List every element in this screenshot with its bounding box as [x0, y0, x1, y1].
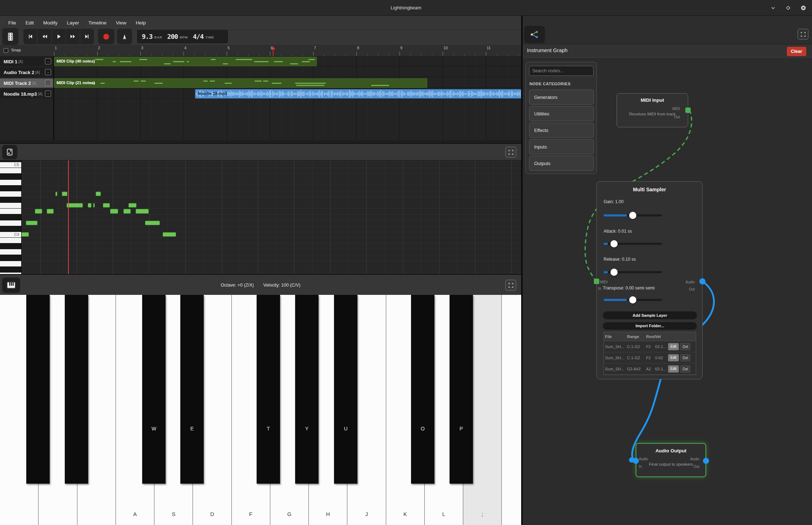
record-button[interactable]	[98, 29, 114, 44]
keystrip-key-C4[interactable]: C4	[0, 232, 21, 237]
piano-roll-expand-icon[interactable]	[505, 147, 516, 158]
midi-note[interactable]	[93, 203, 95, 207]
gain-slider[interactable]	[604, 212, 662, 219]
black-key-U[interactable]: U	[334, 295, 357, 484]
black-key-E[interactable]: E	[180, 295, 204, 484]
midi-note[interactable]	[145, 221, 160, 225]
skip-to-end-button[interactable]	[80, 29, 94, 44]
media-library-button[interactable]	[2, 28, 18, 45]
keystrip-key-E4[interactable]	[0, 209, 21, 214]
audio-in-port[interactable]	[633, 458, 639, 464]
track-minus-button[interactable]: -	[45, 69, 51, 75]
menu-modify[interactable]: Modify	[39, 19, 62, 27]
import-folder-button[interactable]: Import Folder...	[603, 322, 697, 330]
black-key-P[interactable]: P	[450, 295, 473, 484]
piano-roll-mode-button[interactable]	[2, 145, 17, 159]
black-key-W[interactable]: W	[142, 295, 166, 484]
menu-view[interactable]: View	[112, 19, 130, 27]
category-generators[interactable]: Generators	[529, 90, 594, 105]
midi-in-port[interactable]	[594, 279, 599, 284]
audio-out-port[interactable]	[699, 278, 705, 284]
slider-thumb[interactable]	[629, 296, 636, 303]
keystrip-key-G3[interactable]	[0, 261, 21, 266]
node-graph-mode-button[interactable]	[524, 26, 545, 43]
keystrip-key-B3[interactable]	[0, 238, 21, 243]
menu-layer[interactable]: Layer	[63, 19, 83, 27]
black-key-O[interactable]: O	[411, 295, 434, 484]
track-minus-button[interactable]: -	[45, 80, 51, 86]
menu-edit[interactable]: Edit	[22, 19, 38, 27]
keystrip-key-B4[interactable]	[0, 168, 21, 173]
midi-input-node[interactable]: MIDI Input Receives MIDI from track MIDI…	[617, 93, 688, 127]
midi-note[interactable]	[22, 232, 29, 237]
white-key-13[interactable]	[502, 295, 521, 525]
black-key-T[interactable]: T	[257, 295, 280, 484]
track-minus-button[interactable]: -	[45, 58, 51, 64]
audio-clip[interactable]: Noodle 18.mp3	[195, 89, 521, 99]
midi-note[interactable]	[103, 203, 110, 207]
keystrip-key-A4[interactable]	[0, 180, 21, 185]
midi-note[interactable]	[163, 232, 176, 237]
midi-note[interactable]	[55, 192, 57, 196]
track-header-midi-track-2[interactable]: MIDI Track 2[A]-	[0, 78, 53, 88]
track-header-noodle-18-mp3[interactable]: Noodle 18.mp3[A]-	[0, 89, 53, 99]
category-effects[interactable]: Effects	[529, 123, 594, 138]
edit-sample-button[interactable]: Edit	[668, 354, 679, 361]
menu-timeline[interactable]: Timeline	[85, 19, 111, 27]
play-button[interactable]	[52, 29, 66, 44]
midi-note[interactable]	[62, 192, 67, 196]
midi-note[interactable]	[123, 209, 131, 213]
edit-sample-button[interactable]: Edit	[668, 365, 679, 373]
keystrip-key-G4[interactable]	[0, 191, 21, 197]
transport-display[interactable]: 9.3 BAR 200 BPM 4/4 TIME	[136, 29, 229, 44]
keystrip-key-A3[interactable]	[0, 249, 21, 255]
keyboard-expand-icon[interactable]	[505, 280, 516, 291]
piano-roll[interactable]: C5C4	[0, 160, 521, 274]
category-utilities[interactable]: Utilities	[529, 106, 594, 121]
black-key-Y[interactable]: Y	[295, 295, 319, 484]
audio-output-node[interactable]: Audio Output Final output to speakers Au…	[636, 443, 706, 477]
slider-thumb[interactable]	[610, 269, 618, 276]
midi-note[interactable]	[110, 209, 118, 213]
release-slider[interactable]	[604, 269, 662, 276]
black-key-73[interactable]	[26, 295, 50, 484]
minimize-icon[interactable]	[770, 5, 776, 11]
search-input[interactable]	[529, 66, 594, 76]
category-inputs[interactable]: Inputs	[529, 139, 594, 154]
keystrip-key-D4[interactable]	[0, 220, 21, 226]
multi-sampler-node[interactable]: Multi Sampler Gain: 1.00 Attack: 0.01 ss…	[596, 181, 703, 379]
track-lane[interactable]	[0, 68, 521, 77]
clear-graph-button[interactable]: Clear	[787, 47, 806, 56]
timeline-ruler[interactable]: Snap 1234567891011	[0, 45, 521, 56]
midi-out-port[interactable]	[685, 108, 691, 113]
midi-note[interactable]	[26, 221, 37, 225]
snap-checkbox[interactable]	[4, 48, 8, 53]
transpose-slider[interactable]	[604, 296, 662, 303]
midi-note[interactable]	[47, 209, 54, 213]
midi-note[interactable]	[35, 209, 42, 213]
delete-sample-button[interactable]: Del	[680, 343, 690, 350]
midi-note[interactable]	[96, 192, 101, 196]
piano-roll-playhead[interactable]	[68, 160, 69, 274]
audio-out-port[interactable]	[703, 458, 709, 464]
slider-thumb[interactable]	[629, 212, 636, 219]
midi-note[interactable]	[128, 203, 136, 207]
graph-canvas[interactable]: NODE CATEGORIES GeneratorsUtilitiesEffec…	[523, 58, 812, 525]
category-outputs[interactable]: Outputs	[529, 156, 594, 171]
skip-to-start-button[interactable]	[23, 29, 37, 44]
midi-clip[interactable]: MIDI Clip (21 notes)	[54, 78, 427, 88]
edit-sample-button[interactable]: Edit	[668, 343, 679, 350]
menu-help[interactable]: Help	[132, 19, 150, 27]
delete-sample-button[interactable]: Del	[680, 365, 690, 373]
fast-forward-button[interactable]	[66, 29, 80, 44]
metronome-button[interactable]	[117, 29, 132, 44]
midi-note[interactable]	[88, 203, 91, 207]
rewind-button[interactable]	[37, 29, 51, 44]
maximize-icon[interactable]	[785, 5, 791, 11]
keystrip-key-F4[interactable]	[0, 203, 21, 208]
midi-note[interactable]	[136, 209, 149, 213]
graph-expand-icon[interactable]	[798, 29, 808, 40]
track-header-midi-1[interactable]: MIDI 1[A]-	[0, 57, 53, 66]
keystrip-key-C5[interactable]: C5	[0, 162, 21, 168]
slider-thumb[interactable]	[610, 240, 618, 247]
